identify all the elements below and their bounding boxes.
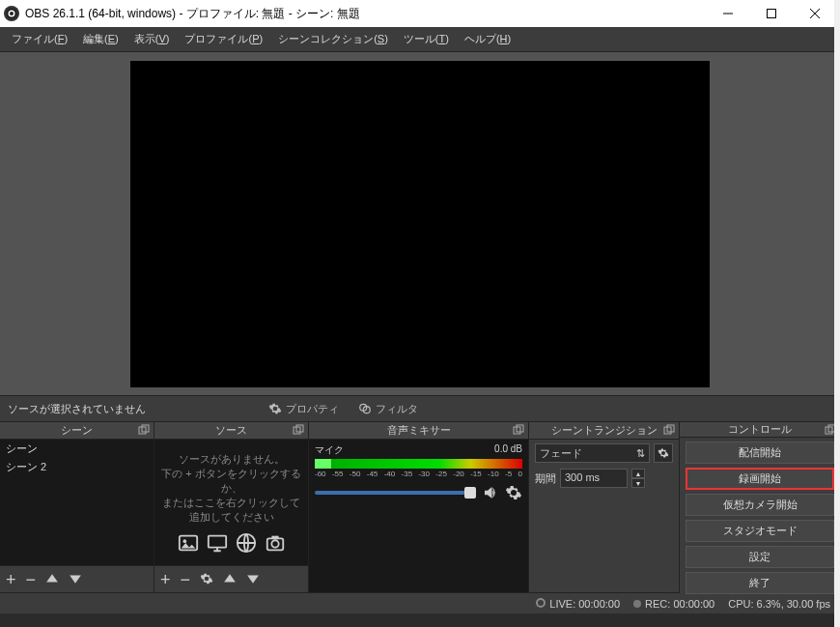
- mixer-channel-name: マイク: [315, 443, 344, 457]
- filter-icon: [358, 402, 372, 415]
- controls-header: コントロール: [680, 422, 840, 438]
- maximize-button[interactable]: [749, 0, 793, 27]
- display-icon: [207, 532, 228, 554]
- transitions-header: シーントランジション: [529, 422, 679, 440]
- chevron-updown-icon: ⇅: [636, 447, 645, 460]
- duration-label: 期間: [535, 471, 556, 486]
- add-scene-button[interactable]: +: [6, 571, 16, 588]
- scenes-header: シーン: [0, 422, 154, 440]
- gear-icon: [268, 402, 282, 415]
- transitions-dock: シーントランジション フェード ⇅ 期間 300 ms ▲ ▼: [529, 422, 680, 592]
- duration-stepper[interactable]: ▲ ▼: [631, 469, 645, 488]
- menu-file[interactable]: ファイル(F): [4, 28, 75, 50]
- mixer-db-value: 0.0 dB: [494, 443, 522, 457]
- sources-header: ソース: [154, 422, 308, 440]
- live-indicator-icon: [536, 598, 546, 608]
- camera-icon: [265, 532, 286, 554]
- popout-icon[interactable]: [663, 424, 675, 436]
- move-scene-down-button[interactable]: [69, 571, 82, 588]
- start-stream-button[interactable]: 配信開始: [686, 442, 834, 464]
- preview-area[interactable]: [0, 52, 840, 395]
- transition-settings-button[interactable]: [654, 443, 673, 463]
- popout-icon[interactable]: [513, 424, 524, 436]
- duration-input[interactable]: 300 ms: [560, 469, 628, 488]
- move-scene-up-button[interactable]: [45, 571, 59, 588]
- svg-point-18: [271, 540, 278, 547]
- window-titlebar: OBS 26.1.1 (64-bit, windows) - プロファイル: 無…: [0, 0, 840, 27]
- step-down-button[interactable]: ▼: [631, 478, 645, 488]
- menu-help[interactable]: ヘルプ(H): [457, 28, 518, 50]
- svg-rect-4: [767, 10, 775, 18]
- add-source-button[interactable]: +: [160, 571, 171, 588]
- sources-empty-hint: ソースがありません。 下の + ボタンをクリックするか、 またはここを右クリック…: [154, 440, 308, 565]
- menu-scene-collection[interactable]: シーンコレクション(S): [270, 28, 396, 50]
- mixer-header: 音声ミキサー: [309, 422, 528, 440]
- popout-icon[interactable]: [293, 424, 304, 436]
- transitions-body: フェード ⇅ 期間 300 ms ▲ ▼: [529, 440, 679, 592]
- minimize-button[interactable]: [706, 0, 749, 27]
- volume-slider[interactable]: [315, 491, 476, 495]
- rec-status: REC: 00:00:00: [633, 598, 714, 610]
- source-settings-button[interactable]: [200, 571, 213, 588]
- exit-button[interactable]: 終了: [686, 572, 834, 594]
- image-icon: [178, 532, 199, 554]
- svg-point-2: [10, 12, 14, 15]
- filters-button[interactable]: フィルタ: [349, 396, 428, 421]
- close-button[interactable]: [793, 0, 836, 27]
- obs-logo-icon: [4, 6, 19, 21]
- remove-scene-button[interactable]: −: [26, 571, 37, 588]
- gear-icon[interactable]: [505, 484, 522, 501]
- settings-button[interactable]: 設定: [686, 546, 834, 568]
- slider-thumb[interactable]: [464, 487, 476, 499]
- menu-view[interactable]: 表示(V): [126, 28, 178, 50]
- meter-ticks: -60-55-50-45-40-35-30-25-20-15-10-50: [315, 470, 522, 478]
- popout-icon[interactable]: [138, 424, 150, 436]
- live-status: LIVE: 00:00:00: [536, 598, 620, 610]
- scenes-list[interactable]: シーン シーン 2: [0, 440, 154, 565]
- menu-tools[interactable]: ツール(T): [396, 28, 457, 50]
- source-toolbar: ソースが選択されていません プロパティ フィルタ: [0, 395, 840, 422]
- controls-dock: コントロール 配信開始 録画開始 仮想カメラ開始 スタジオモード 設定 終了: [680, 422, 840, 592]
- docks-row: シーン シーン シーン 2 + − ソース ソースがありません。 下の + ボタ…: [0, 422, 840, 592]
- start-vcam-button[interactable]: 仮想カメラ開始: [686, 494, 834, 516]
- controls-body: 配信開始 録画開始 仮想カメラ開始 スタジオモード 設定 終了: [680, 438, 840, 598]
- sources-list[interactable]: ソースがありません。 下の + ボタンをクリックするか、 またはここを右クリック…: [154, 440, 308, 565]
- scene-item[interactable]: シーン: [0, 440, 154, 458]
- sources-dock: ソース ソースがありません。 下の + ボタンをクリックするか、 またはここを右…: [154, 422, 309, 592]
- menu-edit[interactable]: 編集(E): [75, 28, 126, 50]
- scene-item[interactable]: シーン 2: [0, 458, 154, 476]
- speaker-icon[interactable]: [482, 484, 499, 501]
- no-source-selected-text: ソースが選択されていません: [0, 402, 259, 416]
- studio-mode-button[interactable]: スタジオモード: [686, 520, 834, 542]
- sources-footer: + −: [154, 565, 308, 592]
- start-record-button[interactable]: 録画開始: [686, 468, 834, 490]
- scenes-footer: + −: [0, 565, 154, 592]
- move-source-up-button[interactable]: [223, 571, 237, 588]
- remove-source-button[interactable]: −: [181, 571, 191, 588]
- mixer-body: マイク 0.0 dB -60-55-50-45-40-35-30-25-20-1…: [309, 440, 528, 592]
- step-up-button[interactable]: ▲: [631, 469, 645, 478]
- window-scrollbar[interactable]: [834, 0, 840, 627]
- audio-mixer-dock: 音声ミキサー マイク 0.0 dB -60-55-50-45-40-35-30-…: [309, 422, 529, 592]
- transition-select[interactable]: フェード ⇅: [535, 443, 650, 463]
- move-source-down-button[interactable]: [246, 571, 260, 588]
- window-title: OBS 26.1.1 (64-bit, windows) - プロファイル: 無…: [25, 6, 706, 22]
- audio-meter: [315, 459, 522, 469]
- svg-rect-19: [271, 535, 278, 538]
- svg-rect-15: [208, 535, 225, 547]
- svg-point-14: [182, 539, 186, 543]
- cpu-status: CPU: 6.3%, 30.00 fps: [728, 598, 830, 610]
- globe-icon: [236, 532, 257, 554]
- properties-button[interactable]: プロパティ: [259, 396, 349, 421]
- rec-indicator-icon: [633, 600, 641, 608]
- scenes-dock: シーン シーン シーン 2 + −: [0, 422, 154, 592]
- menu-profile[interactable]: プロファイル(P): [177, 28, 270, 50]
- preview-canvas[interactable]: [130, 61, 710, 387]
- menubar: ファイル(F) 編集(E) 表示(V) プロファイル(P) シーンコレクション(…: [0, 27, 840, 52]
